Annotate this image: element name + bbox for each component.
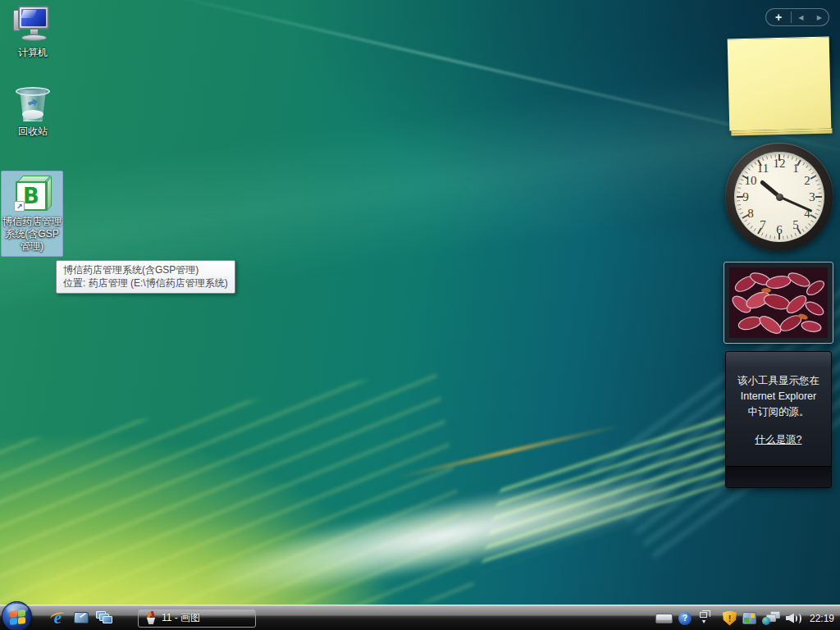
clock-numeral: 3 — [809, 190, 815, 204]
clock-numeral: 5 — [792, 218, 799, 232]
clock-numeral: 1 — [792, 162, 799, 176]
tray-clock[interactable]: 22:19 — [808, 613, 834, 624]
clock-numeral: 11 — [757, 162, 769, 176]
feed-description: 该小工具显示您在 Internet Explorer 中订阅的源。 — [733, 373, 824, 419]
shortcut-arrow-icon: ↗ — [14, 201, 25, 212]
slideshow-photo-leaves — [729, 267, 828, 338]
add-gadget-button[interactable]: + — [766, 11, 791, 24]
pharmacy-shortcut-label: 博信药店管理 系统(含GSP 管理) — [2, 216, 62, 253]
ie-ring-icon — [49, 610, 66, 622]
language-bar-controls[interactable]: ▾ — [697, 609, 710, 628]
what-is-a-feed-link[interactable]: 什么是源? — [756, 432, 802, 448]
pharmacy-app-icon: B ↗ — [12, 174, 52, 213]
paint-icon — [144, 612, 157, 624]
security-alert-icon[interactable]: ! — [723, 611, 737, 626]
wallpaper-light-beam — [112, 429, 774, 630]
wallpaper-glow — [0, 454, 475, 630]
sidebar-gadget-controls: + ◀ ▶ — [765, 8, 829, 26]
next-page-button[interactable]: ▶ — [810, 14, 829, 21]
desktop-icon-pharmacy-shortcut[interactable]: B ↗ 博信药店管理 系统(含GSP 管理) — [1, 171, 63, 257]
show-desktop-button[interactable] — [72, 609, 89, 627]
taskbar-button-label: 11 - 画图 — [162, 611, 200, 625]
wallpaper-green-streaks — [479, 399, 759, 573]
clock-numeral: 8 — [747, 207, 754, 221]
computer-icon — [13, 5, 52, 44]
desktop-icon-recycle-bin[interactable]: 回收站 — [2, 84, 64, 138]
switch-windows-icon — [96, 611, 112, 625]
recycle-bin-icon — [13, 84, 52, 123]
internet-explorer-button[interactable]: e — [49, 609, 66, 627]
desktop: 计算机 回收站 B ↗ 博信药店管理 系统(含GSP 管理) 博信药店管理系统(… — [0, 0, 840, 630]
sidebar-tray-icon[interactable] — [742, 612, 756, 624]
slideshow-gadget[interactable] — [724, 262, 833, 344]
start-button[interactable] — [2, 601, 32, 630]
clock-numeral: 6 — [776, 223, 783, 237]
clock-hub — [776, 194, 783, 201]
network-icon[interactable] — [762, 611, 780, 625]
restore-language-bar-icon — [700, 612, 707, 618]
clock-face: 12 1 2 3 4 5 6 7 8 9 10 11 — [734, 152, 824, 242]
system-tray: ? ▾ ! 22:19 — [655, 605, 840, 630]
wallpaper-orange-streak — [396, 424, 621, 480]
windows-flag-icon — [10, 609, 25, 625]
tooltip-location: 位置: 药店管理 (E:\博信药店管理系统) — [63, 276, 228, 290]
notes-gadget[interactable] — [728, 37, 832, 131]
prev-page-button[interactable]: ◀ — [792, 14, 810, 21]
taskbar: e 11 - 画图 ? ▾ ! — [0, 605, 840, 630]
clock-numeral: 2 — [804, 174, 810, 188]
computer-icon-label: 计算机 — [2, 47, 64, 59]
keyboard-icon[interactable] — [655, 614, 673, 623]
feed-headlines-gadget[interactable]: 该小工具显示您在 Internet Explorer 中订阅的源。 什么是源? — [725, 351, 832, 488]
recycle-bin-icon-label: 回收站 — [2, 126, 64, 138]
taskbar-button-paint[interactable]: 11 - 画图 — [138, 609, 256, 628]
quick-launch-bar: e — [49, 609, 112, 627]
shortcut-tooltip: 博信药店管理系统(含GSP管理) 位置: 药店管理 (E:\博信药店管理系统) — [56, 260, 235, 294]
language-options-arrow-icon: ▾ — [702, 619, 705, 625]
clock-gadget[interactable]: 12 1 2 3 4 5 6 7 8 9 10 11 — [725, 143, 833, 251]
clock-numeral: 7 — [760, 218, 766, 232]
wallpaper-rays — [0, 368, 476, 630]
clock-numeral: 10 — [745, 174, 757, 188]
clock-numeral: 12 — [774, 157, 786, 171]
tooltip-title: 博信药店管理系统(含GSP管理) — [63, 263, 228, 276]
help-icon[interactable]: ? — [678, 612, 692, 625]
switch-windows-button[interactable] — [95, 609, 112, 627]
show-desktop-icon — [74, 612, 89, 623]
desktop-icon-computer[interactable]: 计算机 — [2, 5, 64, 59]
clock-numeral: 9 — [742, 190, 749, 204]
volume-icon[interactable] — [786, 612, 802, 625]
feed-footer-bar — [726, 466, 831, 487]
app-letter: B — [23, 184, 39, 208]
